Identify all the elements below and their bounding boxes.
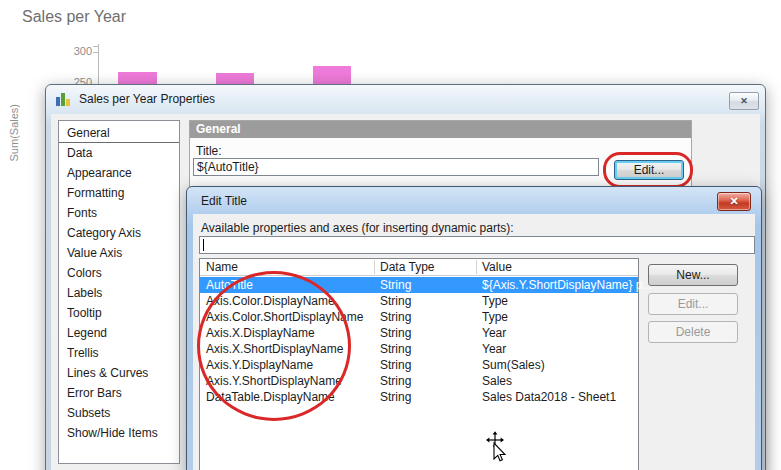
cell-value: Year	[482, 325, 506, 341]
table-row[interactable]: Axis.Color.ShortDisplayName String Type	[200, 309, 638, 325]
y-axis-line	[98, 44, 99, 85]
y-axis-tickmark	[93, 52, 98, 53]
sidebar-item-colors[interactable]: Colors	[59, 263, 179, 283]
y-tick-300: 300	[60, 45, 92, 57]
table-header[interactable]: Name Data Type Value	[200, 259, 638, 276]
table-row[interactable]: Axis.Y.DisplayName String Sum(Sales)	[200, 357, 638, 373]
sidebar-item-subsets[interactable]: Subsets	[59, 403, 179, 423]
sidebar-item-formatting[interactable]: Formatting	[59, 183, 179, 203]
cell-type: String	[380, 309, 411, 325]
cell-type: String	[380, 389, 411, 405]
sidebar-item-value-axis[interactable]: Value Axis	[59, 243, 179, 263]
cell-type: String	[380, 293, 411, 309]
cell-type: String	[380, 277, 411, 293]
cell-value: Sales	[482, 373, 512, 389]
cell-name: DataTable.DisplayName	[206, 389, 335, 405]
cell-name: Axis.Y.ShortDisplayName	[206, 373, 342, 389]
column-header-data-type[interactable]: Data Type	[380, 259, 434, 276]
y-axis-tickmark	[93, 46, 98, 47]
properties-dialog-title: Sales per Year Properties	[79, 92, 215, 106]
cell-name: AutoTitle	[206, 277, 253, 293]
cell-name: Axis.Color.ShortDisplayName	[206, 309, 363, 325]
page-title: Sales per Year	[22, 8, 126, 26]
table-row[interactable]: Axis.X.ShortDisplayName String Year	[200, 341, 638, 357]
edit-title-dialog-body: Available properties and axes (for inser…	[193, 214, 755, 470]
text-caret	[203, 239, 204, 251]
cell-value: Year	[482, 341, 506, 357]
sidebar-item-tooltip[interactable]: Tooltip	[59, 303, 179, 323]
edit-title-dialog-title: Edit Title	[201, 194, 247, 208]
cell-value: Type	[482, 309, 508, 325]
title-field-label: Title:	[196, 144, 222, 158]
sidebar-item-legend[interactable]: Legend	[59, 323, 179, 343]
cell-type: String	[380, 373, 411, 389]
section-header: General	[190, 121, 691, 138]
delete-button[interactable]: Delete	[648, 321, 738, 343]
sidebar-item-category-axis[interactable]: Category Axis	[59, 223, 179, 243]
table-row[interactable]: Axis.Color.DisplayName String Type	[200, 293, 638, 309]
table-rows: AutoTitle String ${Axis.Y.ShortDisplayNa…	[200, 277, 638, 405]
sidebar-item-show-hide-items[interactable]: Show/Hide Items	[59, 423, 179, 443]
column-separator	[374, 260, 375, 274]
cell-type: String	[380, 325, 411, 341]
cell-value: Type	[482, 293, 508, 309]
y-axis-title: Sum(Sales)	[8, 104, 20, 161]
new-button[interactable]: New...	[648, 264, 738, 286]
sidebar-item-general[interactable]: General	[59, 123, 179, 143]
cell-name: Axis.X.DisplayName	[206, 325, 315, 341]
sidebar-item-trellis[interactable]: Trellis	[59, 343, 179, 363]
cell-name: Axis.Color.DisplayName	[206, 293, 335, 309]
cell-value: Sum(Sales)	[482, 357, 545, 373]
edit-button[interactable]: Edit...	[648, 293, 738, 315]
table-row[interactable]: AutoTitle String ${Axis.Y.ShortDisplayNa…	[200, 277, 638, 293]
cell-name: Axis.X.ShortDisplayName	[206, 341, 343, 357]
cell-value: ${Axis.Y.ShortDisplayName} p...	[482, 277, 653, 293]
table-row[interactable]: Axis.Y.ShortDisplayName String Sales	[200, 373, 638, 389]
sidebar-item-data[interactable]: Data	[59, 143, 179, 163]
close-icon[interactable]: ✕	[717, 192, 751, 211]
properties-sidebar: General Data Appearance Formatting Fonts…	[58, 120, 180, 464]
property-filter-input[interactable]	[199, 236, 755, 254]
edit-title-button[interactable]: Edit...	[614, 160, 684, 180]
properties-dialog-titlebar[interactable]: Sales per Year Properties	[46, 85, 765, 113]
close-icon[interactable]: ✕	[729, 92, 759, 110]
edit-title-dialog: Edit Title ✕ Available properties and ax…	[186, 186, 762, 470]
table-row[interactable]: DataTable.DisplayName String Sales Data2…	[200, 389, 638, 405]
properties-table: Name Data Type Value AutoTitle String ${…	[199, 258, 639, 470]
title-input[interactable]	[193, 158, 599, 176]
table-row[interactable]: Axis.X.DisplayName String Year	[200, 325, 638, 341]
bar-chart-icon	[56, 92, 71, 106]
sidebar-item-appearance[interactable]: Appearance	[59, 163, 179, 183]
sidebar-item-fonts[interactable]: Fonts	[59, 203, 179, 223]
cell-type: String	[380, 341, 411, 357]
sidebar-item-error-bars[interactable]: Error Bars	[59, 383, 179, 403]
cell-type: String	[380, 357, 411, 373]
column-header-value[interactable]: Value	[482, 259, 512, 276]
column-header-name[interactable]: Name	[206, 259, 238, 276]
sidebar-item-lines-curves[interactable]: Lines & Curves	[59, 363, 179, 383]
instruction-label: Available properties and axes (for inser…	[201, 221, 514, 235]
column-separator	[476, 260, 477, 274]
edit-title-dialog-titlebar[interactable]: Edit Title	[187, 187, 761, 214]
cell-value: Sales Data2018 - Sheet1	[482, 389, 616, 405]
sidebar-item-labels[interactable]: Labels	[59, 283, 179, 303]
cell-name: Axis.Y.DisplayName	[206, 357, 313, 373]
